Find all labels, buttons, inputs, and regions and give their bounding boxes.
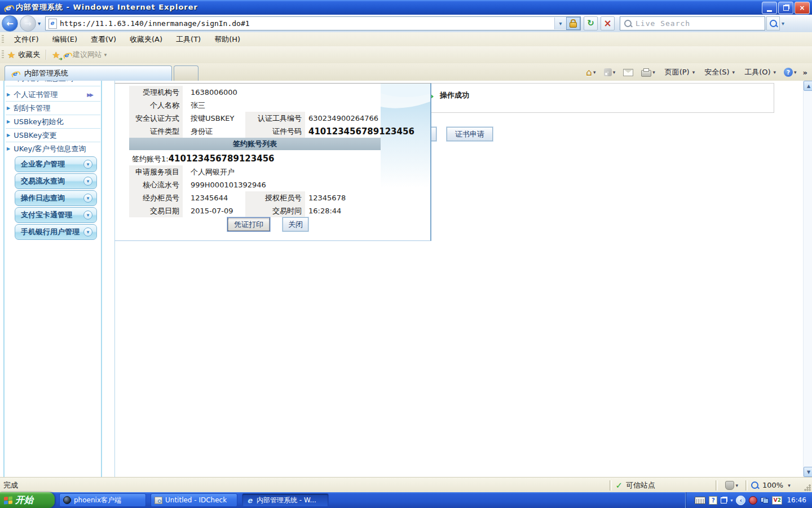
tab-active[interactable]: e 内部管理系统	[5, 65, 172, 81]
menu-edit[interactable]: 编辑(E)	[46, 33, 84, 46]
minimize-button[interactable]	[762, 2, 777, 14]
suggested-sites-dropdown-icon[interactable]: ▾	[104, 52, 107, 58]
dialog-close-button[interactable]: 关闭	[283, 217, 308, 231]
refresh-button[interactable]: ↻	[584, 16, 598, 30]
search-go-button[interactable]	[766, 16, 780, 30]
address-box[interactable]: https://11.1.63.140/innermanage/signIn.d…	[45, 16, 581, 30]
sidebar-section-transaction-flow[interactable]: 交易流水查询 ▾	[15, 173, 97, 189]
forward-button[interactable]: →	[20, 15, 36, 32]
close-button[interactable]: ×	[795, 2, 810, 14]
favorites-button[interactable]: 收藏夹	[18, 50, 40, 60]
protected-mode-button[interactable]: ▾	[721, 479, 742, 492]
antivirus-v2-icon[interactable]: V2	[772, 496, 782, 505]
restore-button[interactable]	[778, 2, 793, 14]
refresh-icon: ↻	[587, 19, 594, 28]
trusted-check-icon: ✓	[615, 480, 623, 491]
network-icon[interactable]	[761, 497, 769, 503]
new-tab-stub[interactable]	[174, 65, 198, 81]
security-zone[interactable]: ✓ 可信站点	[615, 480, 712, 491]
suggested-sites-button[interactable]: 建议网站	[73, 50, 102, 60]
search-options-dropdown[interactable]: ▾	[782, 20, 789, 27]
safety-menu-button[interactable]: 安全(S)▾	[699, 65, 739, 79]
sidebar-item-personal-customer-query[interactable]: 个人客户信息查询	[6, 81, 100, 86]
tray-red-app-icon[interactable]	[749, 496, 757, 505]
search-box[interactable]: Live Search	[620, 16, 765, 30]
tray-help-icon[interactable]: ?	[709, 496, 717, 505]
sidebar-item-personal-cert[interactable]: ▶ 个人证书管理 ▶▶	[6, 88, 100, 102]
print-receipt-label: 凭证打印	[228, 218, 270, 231]
taskbar: 开始 phoenix客户端 Untitled - IDCheck e 内部管理系…	[0, 492, 812, 508]
tray-window-icon[interactable]	[721, 497, 727, 503]
sidebar-section-mobile-banking[interactable]: 手机银行用户管理 ▾	[15, 224, 97, 240]
sidebar-item-usbkey-init[interactable]: ▶ USBkey初始化	[6, 115, 100, 129]
globe-icon	[63, 496, 71, 504]
sidebar-section-corporate[interactable]: 企业客户管理 ▾	[15, 156, 97, 172]
scroll-down-button[interactable]: ▼	[804, 467, 812, 477]
menu-file[interactable]: 文件(F)	[7, 33, 46, 46]
sidebar-item-label: USBKey变更	[14, 130, 56, 141]
menu-view[interactable]: 查看(V)	[84, 33, 123, 46]
field-value: 12345644	[183, 191, 245, 204]
chevron-down-icon: ▾	[83, 177, 92, 186]
ssl-lock-button[interactable]	[566, 17, 580, 30]
zoom-level: 100%	[762, 481, 783, 489]
sidebar-item-usbkey-change[interactable]: ▶ USBKey变更	[6, 129, 100, 142]
account-number: 410123456789123456	[169, 154, 275, 164]
add-favorite-icon[interactable]: ★	[52, 50, 60, 60]
lock-icon	[570, 22, 577, 28]
cert-apply-button[interactable]: 证书申请	[447, 127, 493, 141]
scroll-up-button[interactable]: ▲	[804, 81, 812, 91]
search-input[interactable]: Live Search	[636, 19, 690, 28]
read-mail-button[interactable]	[619, 65, 637, 79]
sidebar-section-operation-log[interactable]: 操作日志查询 ▾	[15, 190, 97, 206]
feeds-button[interactable]: ▾	[600, 65, 620, 79]
double-arrow-icon: ▶▶	[87, 92, 92, 98]
table-row: 交易日期 2015-07-09 交易时间 16:28:44	[129, 204, 381, 217]
window-titlebar: e 内部管理系统 - Windows Internet Explorer ×	[0, 0, 812, 15]
transaction-info-table: 申请服务项目 个人网银开户 核心流水号 999H000101392946 经办柜…	[129, 165, 381, 217]
vertical-scrollbar[interactable]: ▲ ▼	[803, 81, 812, 477]
favbar-separator	[46, 50, 46, 60]
help-button[interactable]: ?▾	[780, 65, 801, 79]
suggested-sites-icon: e	[63, 51, 70, 59]
stop-button[interactable]: ×	[601, 16, 615, 30]
table-row: 证件类型 身份证 证件号码 410123456789123456	[129, 125, 381, 138]
field-label: 证件类型	[129, 125, 183, 138]
home-button[interactable]: ⌂▾	[582, 65, 599, 79]
field-label: 核心流水号	[129, 178, 183, 191]
print-button[interactable]: ▾	[637, 65, 659, 79]
sidebar-item-scratch-card[interactable]: ▶ 刮刮卡管理	[6, 102, 100, 115]
tray-collapse-icon[interactable]: ▾	[730, 498, 732, 503]
field-label: 交易时间	[245, 204, 305, 217]
menu-tools[interactable]: 工具(T)	[169, 33, 208, 46]
zoom-control[interactable]: 100% ▾	[751, 481, 800, 489]
taskbar-item-ie-active[interactable]: e 内部管理系统 - W...	[242, 493, 329, 507]
sidebar-section-alipay[interactable]: 支付宝卡通管理 ▾	[15, 207, 97, 223]
history-dropdown-icon[interactable]: ▾	[38, 20, 41, 27]
hide-icons-chevron-icon[interactable]: ‹	[736, 496, 745, 505]
search-icon	[624, 20, 632, 27]
start-button[interactable]: 开始	[0, 492, 55, 508]
toolbar-overflow-icon[interactable]: »	[801, 68, 810, 77]
field-value: 1638006000	[183, 86, 381, 99]
address-dropdown-button[interactable]: ▾	[554, 17, 566, 29]
url-field[interactable]: https://11.1.63.140/innermanage/signIn.d…	[60, 19, 554, 28]
tools-menu-button[interactable]: 工具(O)▾	[739, 65, 780, 79]
tools-menu-label: 工具(O)	[744, 67, 770, 77]
bullet-icon: ▶	[7, 106, 10, 111]
menu-help[interactable]: 帮助(H)	[208, 33, 247, 46]
page-menu-button[interactable]: 页面(P)▾	[659, 65, 699, 79]
menu-favorites[interactable]: 收藏夹(A)	[123, 33, 169, 46]
page-content: 个人客户信息查询 ▶ 个人证书管理 ▶▶ ▶ 刮刮卡管理 ▶ USBkey初始化…	[0, 81, 812, 477]
zoom-icon	[751, 481, 758, 489]
page-icon	[48, 19, 57, 29]
back-button[interactable]: ←	[2, 15, 18, 32]
search-go-icon	[770, 20, 777, 27]
taskbar-item-idcheck[interactable]: Untitled - IDCheck	[151, 493, 237, 507]
ie-task-icon: e	[246, 496, 254, 504]
page-menu-label: 页面(P)	[665, 67, 690, 77]
print-receipt-button[interactable]: 凭证打印	[227, 217, 270, 231]
sidebar-item-ukey-query[interactable]: ▶ UKey/客户号信息查询	[6, 142, 100, 155]
keyboard-layout-icon[interactable]	[695, 497, 705, 504]
taskbar-item-phoenix[interactable]: phoenix客户端	[59, 493, 146, 507]
